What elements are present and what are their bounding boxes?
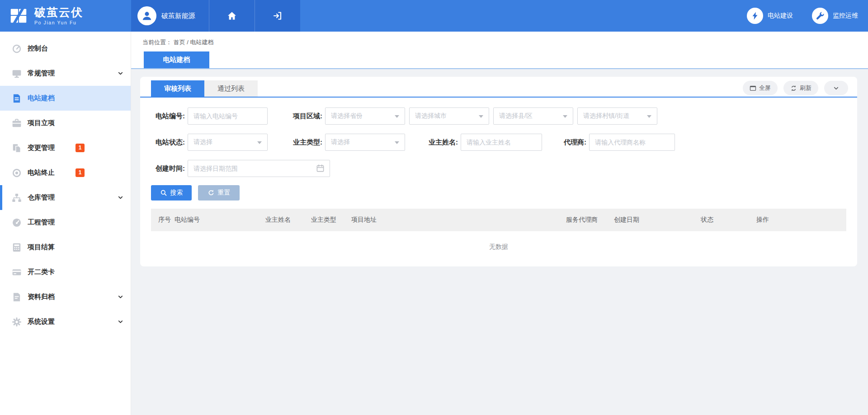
sidebar-item-project-initiation[interactable]: 项目立项: [0, 111, 131, 135]
sidebar-item-project-settlement[interactable]: 项目结算: [0, 235, 131, 260]
logout-icon: [273, 11, 283, 21]
breadcrumb-strip: 当前位置： 首页 / 电站建档 电站建档: [131, 32, 868, 69]
chevron-down-icon: [117, 294, 124, 300]
table-header-row: 序号电站编号业主姓名业主类型项目地址服务代理商创建日期状态操作: [151, 209, 846, 231]
brand-logo-icon: [8, 5, 29, 26]
sidebar-item-general-mgmt[interactable]: 常规管理: [0, 61, 131, 86]
caret-down-icon: [395, 115, 399, 120]
chevron-down-icon: [117, 194, 124, 201]
target-icon: [12, 168, 22, 178]
top-modules: 电站建设监控运维: [747, 0, 868, 32]
breadcrumb-home[interactable]: 首页: [174, 39, 185, 46]
station-build-nav[interactable]: 电站建设: [747, 8, 793, 24]
monitor-ops-nav[interactable]: 监控运维: [812, 8, 858, 24]
station-status-label: 电站状态:: [151, 138, 185, 147]
sidebar-item-change-mgmt[interactable]: 变更管理1: [0, 135, 131, 160]
panel-card: 审核列表通过列表 全屏 刷新: [140, 77, 857, 266]
panel-toolbar: 全屏 刷新: [743, 81, 848, 95]
gear-icon: [12, 317, 22, 327]
sidebar-item-station-termination[interactable]: 电站终止1: [0, 160, 131, 185]
calculator-icon: [12, 242, 22, 252]
sidebar-item-label: 系统设置: [28, 317, 55, 326]
fullscreen-button[interactable]: 全屏: [743, 81, 778, 95]
module-label: 电站建设: [768, 12, 793, 20]
district-select[interactable]: 请选择县/区: [493, 107, 573, 125]
card-icon: [12, 267, 22, 277]
region-label: 项目区域:: [288, 112, 322, 121]
sidebar-item-second-class-card[interactable]: 开二类卡: [0, 260, 131, 284]
refresh-icon: [790, 85, 797, 92]
brand-name: 破茧云伏: [34, 6, 83, 19]
topnav: 破茧新能源: [131, 0, 300, 32]
created-time-label: 创建时间:: [151, 164, 185, 173]
topbar: 破茧云伏 Po Jian Yun Fu 破茧新能源 电站建设监控运维: [0, 0, 868, 32]
search-icon: [160, 189, 167, 196]
brand-subname: Po Jian Yun Fu: [34, 20, 83, 25]
city-select[interactable]: 请选择城市: [409, 107, 489, 125]
refresh-label: 刷新: [800, 84, 811, 92]
caret-down-icon: [257, 141, 262, 146]
chevron-down-icon: [117, 318, 124, 325]
sidebar-item-label: 电站终止: [28, 168, 55, 177]
column-header-3: 业主姓名: [265, 216, 311, 224]
panel-tabhead: 审核列表通过列表 全屏 刷新: [140, 80, 857, 98]
collapse-button[interactable]: [824, 81, 848, 95]
panel-tab-1[interactable]: 审核列表: [151, 80, 204, 97]
dashboard-icon: [12, 44, 22, 54]
search-button[interactable]: 搜索: [151, 185, 192, 201]
sidebar-item-label: 项目结算: [28, 243, 55, 252]
logout-button[interactable]: [255, 0, 300, 32]
station-status-select[interactable]: 请选择: [188, 134, 268, 151]
sidebar-item-system-settings[interactable]: 系统设置: [0, 309, 131, 334]
column-header-8: 状态: [701, 216, 756, 224]
owner-type-label: 业主类型:: [288, 138, 322, 147]
reset-button[interactable]: 重置: [198, 185, 240, 201]
owner-type-select[interactable]: 请选择: [325, 134, 405, 151]
caret-down-icon: [647, 115, 651, 120]
owner-name-input[interactable]: [461, 134, 542, 151]
sidebar-item-data-archive[interactable]: 资料归档: [0, 284, 131, 309]
sitemap-icon: [12, 193, 22, 203]
station-no-label: 电站编号:: [151, 112, 185, 121]
village-select[interactable]: 请选择村镇/街道: [577, 107, 657, 125]
content-area: 审核列表通过列表 全屏 刷新: [131, 69, 868, 415]
calendar-icon: [316, 164, 325, 173]
main-area: 当前位置： 首页 / 电站建档 电站建档 审核列表通过列表 全屏: [131, 32, 868, 415]
sidebar-item-warehouse-mgmt[interactable]: 仓库管理: [0, 185, 131, 210]
notification-badge: 1: [75, 144, 85, 152]
owner-name-label: 业主姓名:: [424, 138, 458, 147]
column-header-2: 电站编号: [175, 216, 265, 224]
reset-label: 重置: [218, 189, 231, 197]
file-icon: [12, 93, 22, 103]
sidebar-item-console[interactable]: 控制台: [0, 36, 131, 61]
panel-tab-2[interactable]: 通过列表: [204, 80, 258, 97]
empty-placeholder: 无数据: [151, 231, 846, 263]
caret-down-icon: [395, 141, 399, 146]
sidebar-item-engineering-mgmt[interactable]: 工程管理: [0, 210, 131, 235]
brand[interactable]: 破茧云伏 Po Jian Yun Fu: [0, 0, 131, 32]
user-menu[interactable]: 破茧新能源: [131, 0, 209, 32]
date-range-picker[interactable]: [188, 160, 330, 177]
date-range-input[interactable]: [188, 160, 330, 177]
province-select[interactable]: 请选择省份: [325, 107, 405, 125]
notification-badge: 1: [75, 168, 85, 177]
sidebar-item-label: 项目立项: [28, 119, 55, 127]
sidebar-item-station-archive[interactable]: 电站建档: [0, 86, 131, 111]
home-button[interactable]: [209, 0, 255, 32]
agent-label: 代理商:: [551, 138, 586, 147]
filter-form: 电站编号: 项目区域: 请选择省份请选择城市请选择县/区请选择村镇/街道 电站状…: [151, 107, 846, 201]
page-tab[interactable]: 电站建档: [144, 51, 209, 68]
agent-input[interactable]: [589, 134, 675, 151]
refresh-button[interactable]: 刷新: [783, 81, 818, 95]
home-icon: [227, 11, 237, 21]
avatar: [137, 6, 156, 25]
sidebar-item-label: 仓库管理: [28, 193, 55, 202]
sidebar-item-label: 工程管理: [28, 218, 55, 227]
column-header-9: 操作: [756, 216, 846, 224]
column-header-6: 服务代理商: [566, 216, 614, 224]
search-label: 搜索: [170, 189, 183, 197]
sidebar-item-label: 常规管理: [28, 69, 55, 78]
column-header-7: 创建日期: [614, 216, 701, 224]
column-header-4: 业主类型: [311, 216, 351, 224]
station-no-input[interactable]: [188, 107, 268, 125]
